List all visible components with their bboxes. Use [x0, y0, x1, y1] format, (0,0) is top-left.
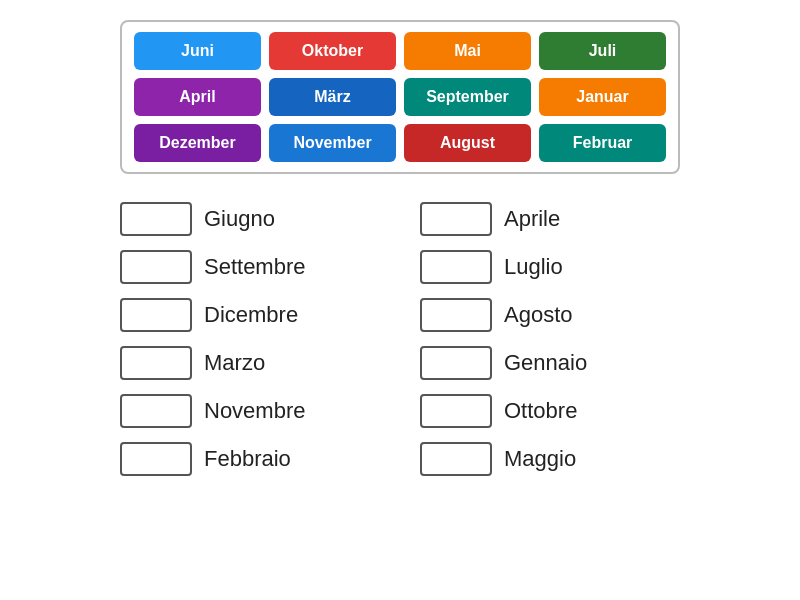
match-label-febbraio: Febbraio [204, 446, 291, 472]
left-column: GiugnoSettembreDicembreMarzoNovembreFebb… [120, 202, 380, 476]
match-label-gennaio: Gennaio [504, 350, 587, 376]
tile-april[interactable]: April [134, 78, 261, 116]
tile-juli[interactable]: Juli [539, 32, 666, 70]
drop-box-ottobre[interactable] [420, 394, 492, 428]
tile-november[interactable]: November [269, 124, 396, 162]
tile-maerz[interactable]: März [269, 78, 396, 116]
drop-box-giugno[interactable] [120, 202, 192, 236]
match-row-settembre: Settembre [120, 250, 380, 284]
tile-oktober[interactable]: Oktober [269, 32, 396, 70]
match-row-novembre: Novembre [120, 394, 380, 428]
drop-box-settembre[interactable] [120, 250, 192, 284]
match-label-marzo: Marzo [204, 350, 265, 376]
match-row-aprile: Aprile [420, 202, 680, 236]
match-row-febbraio: Febbraio [120, 442, 380, 476]
drop-box-maggio[interactable] [420, 442, 492, 476]
match-label-settembre: Settembre [204, 254, 306, 280]
tile-januar[interactable]: Januar [539, 78, 666, 116]
match-row-maggio: Maggio [420, 442, 680, 476]
match-label-agosto: Agosto [504, 302, 573, 328]
tiles-container: JuniOktoberMaiJuliAprilMärzSeptemberJanu… [120, 20, 680, 174]
match-label-maggio: Maggio [504, 446, 576, 472]
drop-box-agosto[interactable] [420, 298, 492, 332]
tile-dezember[interactable]: Dezember [134, 124, 261, 162]
match-label-dicembre: Dicembre [204, 302, 298, 328]
drop-box-febbraio[interactable] [120, 442, 192, 476]
tile-august[interactable]: August [404, 124, 531, 162]
tile-juni[interactable]: Juni [134, 32, 261, 70]
drop-box-novembre[interactable] [120, 394, 192, 428]
tile-september[interactable]: September [404, 78, 531, 116]
drop-box-gennaio[interactable] [420, 346, 492, 380]
match-row-dicembre: Dicembre [120, 298, 380, 332]
match-label-aprile: Aprile [504, 206, 560, 232]
match-area: GiugnoSettembreDicembreMarzoNovembreFebb… [120, 202, 680, 476]
match-row-luglio: Luglio [420, 250, 680, 284]
tile-mai[interactable]: Mai [404, 32, 531, 70]
match-label-ottobre: Ottobre [504, 398, 577, 424]
right-column: AprileLuglioAgostoGennaioOttobreMaggio [420, 202, 680, 476]
match-label-giugno: Giugno [204, 206, 275, 232]
match-row-ottobre: Ottobre [420, 394, 680, 428]
drop-box-dicembre[interactable] [120, 298, 192, 332]
match-row-giugno: Giugno [120, 202, 380, 236]
match-row-marzo: Marzo [120, 346, 380, 380]
tile-februar[interactable]: Februar [539, 124, 666, 162]
match-label-luglio: Luglio [504, 254, 563, 280]
match-label-novembre: Novembre [204, 398, 305, 424]
drop-box-marzo[interactable] [120, 346, 192, 380]
drop-box-aprile[interactable] [420, 202, 492, 236]
match-row-agosto: Agosto [420, 298, 680, 332]
match-row-gennaio: Gennaio [420, 346, 680, 380]
drop-box-luglio[interactable] [420, 250, 492, 284]
